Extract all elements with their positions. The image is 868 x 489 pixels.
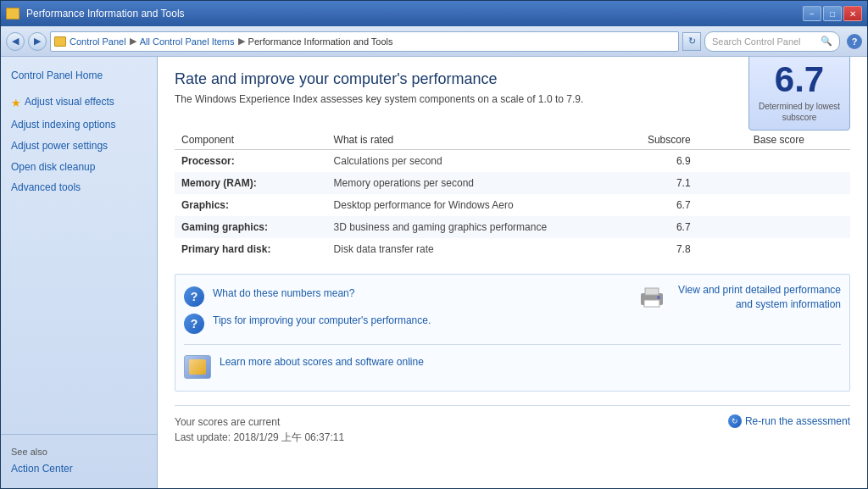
main-area: Control Panel Home ★ Adjust visual effec… — [1, 57, 867, 488]
table-row: Memory (RAM):Memory operations per secon… — [175, 172, 850, 194]
col-header-component: Component — [175, 131, 327, 150]
status-bar: Your scores are current Last update: 201… — [175, 405, 850, 445]
help-button[interactable]: ? — [847, 34, 862, 49]
base-score-placeholder-cell — [708, 238, 850, 260]
printer-icon — [639, 286, 665, 308]
maximize-button[interactable]: □ — [823, 6, 842, 21]
active-star-icon: ★ — [11, 96, 21, 111]
component-cell: Graphics: — [175, 194, 327, 216]
component-cell: Memory (RAM): — [175, 172, 327, 194]
base-score-placeholder-cell — [708, 150, 850, 173]
status-text-group: Your scores are current Last update: 201… — [175, 414, 344, 445]
base-score-placeholder-cell — [708, 172, 850, 194]
folder-icon — [54, 36, 66, 47]
sidebar-advanced-tools[interactable]: Advanced tools — [1, 177, 157, 198]
component-cell: Gaming graphics: — [175, 216, 327, 238]
book-icon — [189, 359, 206, 375]
what-rated-cell: Memory operations per second — [327, 172, 613, 194]
what-rated-cell: Desktop performance for Windows Aero — [327, 194, 613, 216]
component-cell: Processor: — [175, 150, 327, 173]
navigation-bar: ◀ ▶ Control Panel ▶ All Control Panel It… — [1, 26, 867, 57]
info-row-tips: ? Tips for improving your computer's per… — [184, 310, 622, 337]
subscore-cell: 6.9 — [612, 150, 707, 173]
search-icon: 🔍 — [821, 36, 832, 47]
base-score-number: 6.7 — [775, 62, 824, 97]
sidebar-divider — [1, 434, 157, 435]
subscore-cell: 6.7 — [612, 194, 707, 216]
learn-row: Learn more about scores and software onl… — [184, 352, 841, 382]
table-row: Primary hard disk:Disk data transfer rat… — [175, 238, 850, 260]
question-icon-1: ? — [184, 286, 204, 307]
base-score-placeholder-cell — [708, 216, 850, 238]
sidebar: Control Panel Home ★ Adjust visual effec… — [1, 57, 158, 488]
base-score-label: Determined by lowest subscore — [753, 101, 846, 123]
performance-table: Component What is rated Subscore Base sc… — [175, 131, 850, 260]
subscore-cell: 7.8 — [612, 238, 707, 260]
forward-button[interactable]: ▶ — [28, 32, 47, 51]
learn-section: Learn more about scores and software onl… — [184, 344, 841, 382]
window-controls: − □ ✕ — [803, 6, 862, 21]
rerun-group: ↻ Re-run the assessment — [728, 414, 850, 428]
address-bar[interactable]: Control Panel ▶ All Control Panel Items … — [50, 31, 679, 52]
table-row: Processor:Calculations per second6.9 — [175, 150, 850, 173]
svg-rect-2 — [644, 300, 659, 307]
sidebar-adjust-power[interactable]: Adjust power settings — [1, 136, 157, 157]
view-print-link[interactable]: View and print detailed performance and … — [671, 283, 841, 312]
address-part-2: All Control Panel Items — [140, 36, 235, 47]
sidebar-action-center[interactable]: Action Center — [1, 458, 157, 480]
subscore-cell: 7.1 — [612, 172, 707, 194]
table-row: Gaming graphics:3D business and gaming g… — [175, 216, 850, 238]
component-cell: Primary hard disk: — [175, 238, 327, 260]
sidebar-control-panel-home[interactable]: Control Panel Home — [1, 65, 157, 86]
sidebar-adjust-indexing[interactable]: Adjust indexing options — [1, 114, 157, 136]
address-sep-2: ▶ — [238, 36, 245, 47]
title-bar: Performance Information and Tools − □ ✕ — [1, 1, 867, 26]
address-part-3: Performance Information and Tools — [248, 36, 393, 47]
col-header-subscore: Subscore — [612, 131, 707, 150]
address-part-1: Control Panel — [70, 36, 126, 47]
last-update-text: Last update: 2018/1/29 上午 06:37:11 — [175, 430, 344, 445]
base-score-box: 6.7 Determined by lowest subscore — [748, 57, 850, 131]
close-button[interactable]: ✕ — [843, 6, 862, 21]
window-title: Performance Information and Tools — [26, 8, 185, 19]
svg-rect-1 — [645, 288, 659, 295]
info-links-section: ? What do these numbers mean? ? Tips for… — [175, 274, 850, 392]
app-icon — [6, 8, 19, 19]
sidebar-open-disk-cleanup[interactable]: Open disk cleanup — [1, 157, 157, 178]
table-row: Graphics:Desktop performance for Windows… — [175, 194, 850, 216]
what-rated-cell: 3D business and gaming graphics performa… — [327, 216, 613, 238]
search-bar[interactable]: Search Control Panel 🔍 — [704, 31, 840, 52]
help-links-col: ? What do these numbers mean? ? Tips for… — [184, 283, 622, 337]
col-header-what-rated: What is rated — [327, 131, 613, 150]
learn-icon — [184, 355, 211, 379]
info-row-numbers: ? What do these numbers mean? — [184, 283, 622, 310]
subscore-cell: 6.7 — [612, 216, 707, 238]
search-placeholder: Search Control Panel — [712, 36, 801, 47]
col-header-base-score: Base score — [708, 131, 850, 150]
base-score-placeholder-cell — [708, 194, 850, 216]
refresh-button[interactable]: ↻ — [682, 32, 701, 51]
question-icon-2: ? — [184, 314, 204, 334]
main-window: Performance Information and Tools − □ ✕ … — [0, 0, 868, 489]
back-button[interactable]: ◀ — [6, 32, 25, 51]
minimize-button[interactable]: − — [803, 6, 821, 21]
rerun-link[interactable]: Re-run the assessment — [745, 415, 850, 427]
tips-link[interactable]: Tips for improving your computer's perfo… — [213, 314, 431, 328]
svg-point-3 — [657, 296, 660, 299]
see-also-title: See also — [1, 442, 157, 458]
content-area: Rate and improve your computer's perform… — [158, 57, 867, 488]
sidebar-adjust-visual-effects[interactable]: ★ Adjust visual effects — [1, 92, 157, 114]
what-rated-cell: Disk data transfer rate — [327, 238, 613, 260]
print-col: View and print detailed performance and … — [639, 283, 841, 312]
learn-more-link[interactable]: Learn more about scores and software onl… — [220, 355, 424, 370]
what-numbers-mean-link[interactable]: What do these numbers mean? — [213, 286, 354, 301]
address-sep-1: ▶ — [130, 36, 136, 47]
scores-current-text: Your scores are current — [175, 414, 344, 430]
what-rated-cell: Calculations per second — [327, 150, 613, 173]
rerun-icon: ↻ — [728, 414, 742, 428]
